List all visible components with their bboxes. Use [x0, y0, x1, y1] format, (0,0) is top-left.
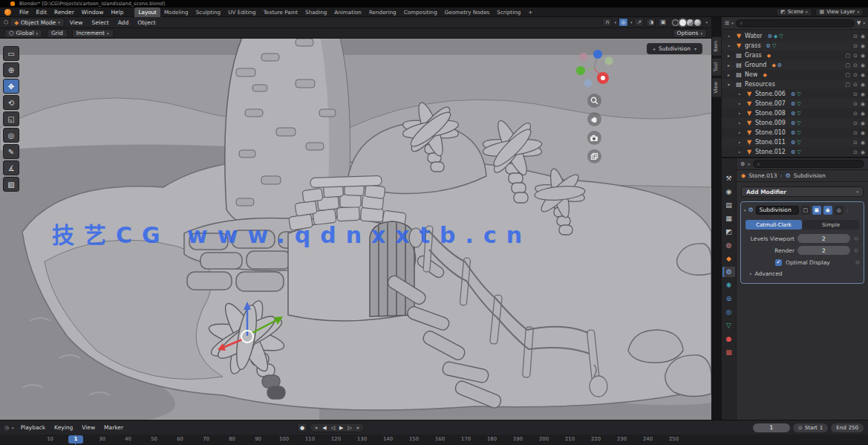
- proportional-dropdown[interactable]: ▾: [630, 20, 633, 25]
- properties-search-input[interactable]: ⌕: [753, 160, 864, 168]
- hide-eye-icon[interactable]: ⊙: [853, 120, 858, 126]
- perspective-toggle-button[interactable]: [587, 149, 601, 163]
- timeline-menu[interactable]: Playback: [17, 424, 49, 431]
- floating-panel-header[interactable]: ◂ Subdivision ▾: [647, 43, 702, 54]
- playhead[interactable]: 1: [68, 435, 83, 444]
- realtime-toggle[interactable]: ◉: [823, 206, 832, 215]
- view-layer-selector[interactable]: ▦ View Layer ▾: [815, 8, 864, 16]
- expand-caret[interactable]: •: [738, 111, 743, 116]
- zoom-button[interactable]: [587, 94, 601, 108]
- expand-caret[interactable]: •: [738, 149, 743, 155]
- options-dropdown[interactable]: Options ▾: [673, 29, 707, 38]
- value-slider[interactable]: 2: [797, 246, 850, 255]
- subdivision-type-tab[interactable]: Catmull-Clark: [745, 220, 802, 230]
- axis-neg-x-handle[interactable]: [580, 53, 588, 61]
- tab-tool[interactable]: ⚒: [722, 173, 735, 183]
- exclude-checkbox-icon[interactable]: ▢: [845, 82, 850, 88]
- hide-eye-icon[interactable]: ⊙: [853, 82, 858, 88]
- tab-texture[interactable]: ▩: [722, 347, 735, 357]
- chevron-down-icon[interactable]: ▾: [748, 162, 750, 166]
- proportional-editing-toggle[interactable]: ◎: [619, 18, 628, 27]
- breadcrumb-object[interactable]: Stone.013: [748, 172, 777, 179]
- disable-render-icon[interactable]: ◉: [861, 101, 865, 107]
- tool-measure[interactable]: ∡: [3, 160, 19, 175]
- hide-eye-icon[interactable]: ⊙: [853, 53, 858, 59]
- timeline-editor-icon[interactable]: ◷: [4, 425, 9, 431]
- timeline-menu[interactable]: View: [78, 424, 99, 431]
- outliner-row[interactable]: ▾ ▤ Resources ◆ ⚙ ◈ ▽ ▢ ⊙: [722, 79, 868, 89]
- tab-scene[interactable]: ◩: [722, 227, 735, 237]
- workspace-tab[interactable]: +: [524, 7, 536, 17]
- edit-mode-toggle[interactable]: ▣: [812, 206, 821, 215]
- disable-render-icon[interactable]: ◉: [861, 62, 865, 68]
- expand-caret[interactable]: •: [738, 140, 743, 145]
- subdivision-type-tab[interactable]: Simple: [803, 220, 859, 230]
- disable-render-icon[interactable]: ◉: [861, 120, 865, 126]
- outliner-row[interactable]: • ▼ grass ◆ ⚙ ◈ ▽ ▢ ⊙: [722, 41, 868, 51]
- timeline-menu[interactable]: Marker: [100, 424, 127, 431]
- outliner-editor-icon[interactable]: ☰: [725, 20, 729, 26]
- rendered-shading-button[interactable]: [694, 19, 701, 26]
- disable-render-icon[interactable]: ◉: [861, 140, 865, 146]
- play-button[interactable]: ▶: [338, 425, 345, 431]
- topbar-menu[interactable]: Help: [107, 7, 127, 17]
- show-overlays-toggle[interactable]: ◑: [646, 18, 656, 27]
- sidebar-tab[interactable]: Tool: [711, 58, 722, 77]
- workspace-tab[interactable]: Texture Paint: [260, 7, 301, 17]
- jump-end-button[interactable]: »: [355, 425, 361, 431]
- mode-selector[interactable]: ◆ Object Mode ▾: [10, 18, 65, 27]
- tab-world[interactable]: ◍: [722, 240, 735, 250]
- disable-render-icon[interactable]: ◉: [861, 130, 865, 136]
- hide-eye-icon[interactable]: ⊙: [853, 72, 858, 78]
- orientation-selector[interactable]: ⬡ Global ▾: [4, 29, 42, 38]
- tab-modifiers[interactable]: ⚙: [722, 267, 735, 277]
- hide-eye-icon[interactable]: ⊙: [853, 130, 858, 136]
- axis-neg-z-handle[interactable]: [584, 79, 593, 88]
- sidebar-tab[interactable]: View: [711, 77, 722, 97]
- tool-select-box[interactable]: ▭: [3, 46, 19, 61]
- outliner-search-input[interactable]: ⌕: [736, 19, 855, 27]
- outliner-row[interactable]: • ▼ Stone.011 ◆ ⚙ ◈ ▽ ▢ ⊙: [722, 137, 868, 147]
- expand-caret[interactable]: •: [738, 101, 743, 106]
- viewport-menu[interactable]: View: [66, 19, 87, 26]
- breadcrumb-modifier[interactable]: Subdivision: [794, 172, 826, 179]
- expand-caret[interactable]: •: [738, 120, 743, 126]
- tool-move[interactable]: ✥: [3, 79, 19, 94]
- current-frame-field[interactable]: 1: [753, 423, 790, 432]
- value-slider[interactable]: 2: [797, 234, 850, 243]
- outliner-row[interactable]: • ▼ Stone.009 ◆ ⚙ ◈ ▽ ▢ ⊙: [722, 118, 868, 128]
- expand-caret[interactable]: ▸: [728, 72, 733, 77]
- expand-caret[interactable]: ▸: [728, 53, 733, 58]
- advanced-section-toggle[interactable]: ▸ Advanced: [744, 268, 861, 279]
- next-keyframe-button[interactable]: ▷: [346, 425, 353, 431]
- expand-caret[interactable]: •: [738, 130, 743, 135]
- outliner-row[interactable]: ▸ ▤ New ◆ ⚙ ◈ ▽ ▢ ⊙: [722, 70, 868, 79]
- expand-caret[interactable]: ▾: [728, 82, 733, 87]
- topbar-menu[interactable]: File: [16, 7, 33, 17]
- tab-render[interactable]: ◉: [722, 186, 735, 197]
- navigation-gizmo[interactable]: [573, 48, 615, 89]
- disable-render-icon[interactable]: ◉: [861, 33, 865, 39]
- play-reverse-button[interactable]: ◁: [330, 425, 336, 431]
- hide-eye-icon[interactable]: ⊙: [853, 140, 858, 146]
- outliner-row[interactable]: ▸ ▤ Ground ◆ ⚙ ◈ ▽ ▢ ⊙: [722, 60, 868, 70]
- axis-z-handle[interactable]: [593, 50, 602, 59]
- disable-render-icon[interactable]: ◉: [861, 149, 865, 155]
- frame-start-field[interactable]: ⊙ Start 1: [793, 423, 828, 432]
- disable-render-icon[interactable]: ◉: [861, 72, 865, 78]
- exclude-checkbox-icon[interactable]: ▢: [845, 72, 850, 78]
- frame-end-field[interactable]: End 250: [831, 423, 864, 432]
- outliner-row[interactable]: • ▼ Water ◆ ⚙ ◈ ▽ ▢ ⊙: [722, 31, 868, 41]
- xray-toggle[interactable]: ▣: [658, 18, 668, 27]
- tool-add-cube[interactable]: ▧: [3, 177, 19, 192]
- tab-object[interactable]: ◆: [722, 253, 735, 264]
- workspace-tab[interactable]: Shading: [301, 7, 330, 17]
- hide-eye-icon[interactable]: ⊙: [853, 33, 858, 39]
- editor-type-icon[interactable]: ⬡: [4, 19, 8, 25]
- sidebar-tab[interactable]: Item: [711, 36, 722, 56]
- add-modifier-button[interactable]: Add Modifier ▾: [741, 186, 864, 197]
- expand-caret[interactable]: •: [738, 91, 743, 97]
- tab-output[interactable]: ▤: [722, 200, 735, 210]
- chevron-down-icon[interactable]: ▾: [12, 426, 14, 430]
- filter-dropdown[interactable]: ▾: [863, 21, 865, 25]
